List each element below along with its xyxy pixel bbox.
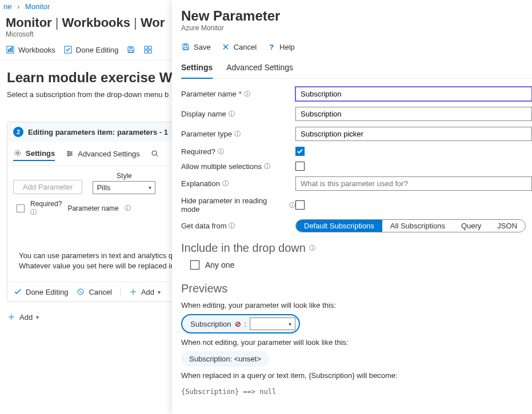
breadcrumb-monitor[interactable]: Monitor xyxy=(25,2,50,11)
svg-rect-17 xyxy=(184,47,187,50)
info-icon: ⓘ xyxy=(309,244,315,252)
preview-editing-pill[interactable]: Subscription ⊘ : ▾ xyxy=(181,314,300,333)
plus-icon xyxy=(7,312,16,321)
panel-tab-advanced[interactable]: Advanced Settings xyxy=(226,59,293,78)
svg-rect-5 xyxy=(129,50,133,53)
seg-query[interactable]: Query xyxy=(453,220,489,232)
label-allow-multiple: Allow multiple selections ⓘ xyxy=(181,162,295,171)
info-icon: ⓘ xyxy=(125,204,131,212)
label-parameter-name: Parameter name * ⓘ xyxy=(181,90,295,98)
info-icon: ⓘ xyxy=(234,130,241,138)
svg-point-15 xyxy=(152,151,157,155)
anyone-label: Any one xyxy=(205,260,234,270)
close-icon xyxy=(221,42,230,51)
display-name-input[interactable] xyxy=(295,107,532,121)
chevron-down-icon: ▾ xyxy=(289,321,291,327)
anyone-checkbox[interactable] xyxy=(190,260,199,270)
info-icon: ⓘ xyxy=(222,179,229,188)
svg-rect-10 xyxy=(149,50,151,53)
plus-icon xyxy=(129,287,138,296)
svg-point-13 xyxy=(70,153,72,155)
check-icon xyxy=(13,287,22,296)
cancel-button[interactable]: Cancel xyxy=(76,287,111,296)
tab-advanced-settings[interactable]: Advanced Settings xyxy=(65,147,139,160)
done-editing-button[interactable]: Done Editing xyxy=(63,45,118,54)
label-explanation: Explanation ⓘ xyxy=(181,179,295,188)
breadcrumb-home[interactable]: ne xyxy=(3,2,11,11)
hide-parameter-checkbox[interactable] xyxy=(295,200,305,210)
info-icon: ⓘ xyxy=(30,208,62,216)
seg-json[interactable]: JSON xyxy=(489,220,525,232)
svg-rect-8 xyxy=(149,46,151,49)
get-data-from-segmented: Default Subscriptions All Subscriptions … xyxy=(295,219,526,232)
info-icon: ⓘ xyxy=(289,201,295,210)
svg-rect-7 xyxy=(145,46,147,49)
label-get-data-from: Get data from ⓘ xyxy=(181,222,295,230)
chevron-down-icon: ▾ xyxy=(149,184,151,191)
svg-point-11 xyxy=(17,152,19,154)
style-select[interactable]: Pills ▾ xyxy=(93,181,155,194)
select-all-checkbox[interactable] xyxy=(17,204,25,212)
error-icon: ⊘ xyxy=(235,320,241,328)
explanation-input[interactable] xyxy=(295,176,532,191)
panel-help-button[interactable]: ? Help xyxy=(267,42,295,51)
svg-rect-9 xyxy=(145,50,147,53)
add-parameter-button[interactable]: Add Parameter xyxy=(13,180,82,194)
info-icon: ⓘ xyxy=(244,90,250,98)
parameter-type-select[interactable] xyxy=(295,127,532,141)
panel-cancel-button[interactable]: Cancel xyxy=(221,42,257,51)
new-parameter-panel: New Parameter Azure Monitor Save Cancel … xyxy=(172,0,532,414)
search-icon xyxy=(150,149,159,158)
gear-icon xyxy=(13,148,22,158)
title-service: Monitor xyxy=(6,15,52,30)
chevron-down-icon: ▾ xyxy=(36,314,39,320)
label-display-name: Display name ⓘ xyxy=(181,110,295,118)
svg-rect-6 xyxy=(130,47,132,49)
info-icon: ⓘ xyxy=(218,147,224,156)
panel-tab-settings[interactable]: Settings xyxy=(181,59,213,79)
divider xyxy=(120,287,121,297)
parameter-name-input[interactable] xyxy=(295,87,532,101)
chevron-down-icon: ▾ xyxy=(158,289,161,295)
grid-icon xyxy=(143,45,153,54)
required-checkbox[interactable] xyxy=(295,147,305,156)
style-label: Style xyxy=(93,172,155,180)
preview-editing-text: When editing, your parameter will look l… xyxy=(181,301,532,310)
svg-rect-2 xyxy=(10,48,11,52)
panel-save-button[interactable]: Save xyxy=(181,42,211,51)
allow-multiple-checkbox[interactable] xyxy=(295,162,305,171)
include-heading: Include in the drop downⓘ xyxy=(181,242,532,255)
add-button[interactable]: Add ▾ xyxy=(129,287,161,296)
label-hide-parameter: Hide parameter in reading mode ⓘ xyxy=(181,196,295,214)
done-editing-button[interactable]: Done Editing xyxy=(13,287,68,296)
svg-rect-3 xyxy=(11,47,13,52)
svg-point-12 xyxy=(68,151,70,153)
search-button[interactable] xyxy=(150,147,159,160)
sliders-icon xyxy=(65,149,74,158)
add-button[interactable]: Add ▾ xyxy=(7,312,39,321)
info-icon: ⓘ xyxy=(264,162,270,171)
preview-replace-text: When replaced in a query or text item, {… xyxy=(181,371,532,380)
save-icon xyxy=(181,42,190,51)
more-button[interactable] xyxy=(143,45,153,54)
svg-rect-18 xyxy=(185,44,187,46)
seg-all-subscriptions[interactable]: All Subscriptions xyxy=(382,220,453,232)
tab-settings[interactable]: Settings xyxy=(13,146,55,161)
step-number-badge: 2 xyxy=(13,127,23,137)
label-parameter-type: Parameter type ⓘ xyxy=(181,130,295,138)
label-required: Required? ⓘ xyxy=(181,147,295,156)
workbook-icon xyxy=(6,45,15,54)
svg-rect-1 xyxy=(8,49,9,52)
preview-pill-select[interactable]: ▾ xyxy=(250,317,295,330)
seg-default-subscriptions[interactable]: Default Subscriptions xyxy=(296,220,382,232)
column-parameter-name: Parameter name xyxy=(67,204,118,212)
prohibit-icon xyxy=(76,287,85,296)
chevron-right-icon: › xyxy=(17,2,19,11)
workbooks-button[interactable]: Workbooks xyxy=(6,45,55,54)
done-editing-icon xyxy=(63,45,73,54)
save-icon xyxy=(126,45,135,54)
save-button[interactable] xyxy=(126,45,135,54)
panel-title: New Parameter xyxy=(181,8,532,24)
help-icon: ? xyxy=(267,42,276,51)
preview-static-pill: Subscription: <unset> xyxy=(181,351,269,367)
